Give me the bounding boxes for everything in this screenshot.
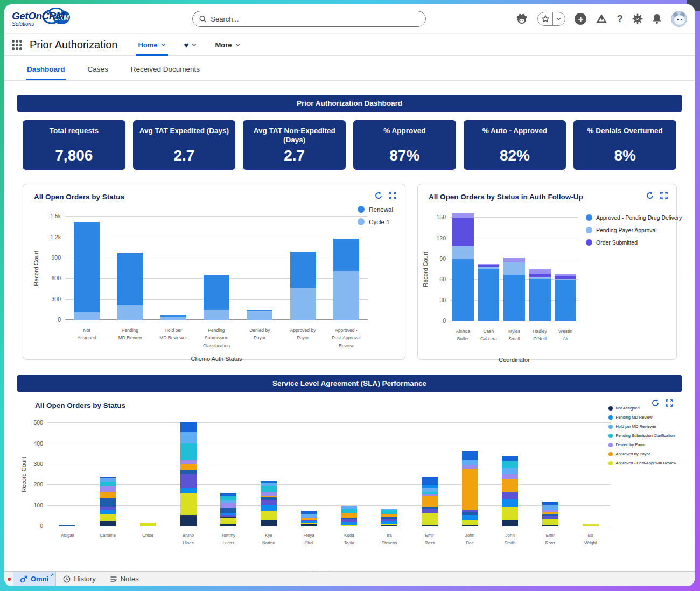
bar-slot bbox=[490, 423, 530, 526]
bar-john-smith[interactable] bbox=[502, 456, 518, 527]
legend-item[interactable]: Denied by Payor bbox=[608, 442, 676, 447]
utility-history-tab[interactable]: History bbox=[56, 572, 102, 586]
bar-approved by-payor[interactable] bbox=[290, 252, 316, 320]
user-avatar[interactable] bbox=[671, 11, 687, 27]
bar-bo-wright[interactable] bbox=[583, 524, 599, 526]
expand-icon[interactable] bbox=[389, 192, 396, 199]
y-tick-label: 500 bbox=[23, 419, 43, 426]
bar-tommy-lucas[interactable] bbox=[220, 493, 236, 526]
favorites-pill[interactable] bbox=[537, 12, 565, 26]
utility-omni-tab[interactable]: Omni ↗ bbox=[13, 572, 56, 586]
legend-item[interactable]: Pending MD Review bbox=[608, 415, 676, 420]
bar-abigail[interactable] bbox=[59, 525, 75, 526]
bar-ira-stevens[interactable] bbox=[381, 509, 397, 526]
bar-segment bbox=[341, 509, 357, 513]
bar-ainhoa-butler[interactable] bbox=[452, 213, 474, 321]
notifications-bell-icon[interactable] bbox=[652, 13, 662, 24]
bar-segment bbox=[502, 468, 518, 475]
bar-freya-choi[interactable] bbox=[301, 511, 317, 526]
app-nav-bar: Prior Authorization Home ♥ More bbox=[4, 33, 695, 56]
bar-emir-ross[interactable] bbox=[542, 502, 558, 526]
bar-pending-submission-classification[interactable] bbox=[204, 275, 229, 320]
refresh-icon[interactable] bbox=[646, 192, 654, 199]
refresh-icon[interactable] bbox=[652, 399, 659, 407]
x-tick-label: IraStevens bbox=[369, 532, 410, 546]
bar-segment bbox=[180, 443, 197, 460]
kpi-value: 2.7 bbox=[284, 147, 305, 164]
bar-segment bbox=[503, 258, 525, 262]
kpi-card-2[interactable]: Avg TAT Non-Expedited (Days)2.7 bbox=[243, 120, 346, 170]
x-axis-title: Chemo Auth Status bbox=[65, 356, 368, 362]
bar-segment bbox=[74, 312, 100, 320]
bar-emir-ross[interactable] bbox=[422, 477, 438, 526]
legend-label: Hold per MD Reviewer bbox=[615, 424, 656, 429]
app-launcher-waffle-icon[interactable] bbox=[12, 40, 22, 50]
tab-dashboard[interactable]: Dashboard bbox=[26, 58, 66, 80]
legend-item[interactable]: Pending Submission Clarification bbox=[608, 433, 676, 438]
bar-segment bbox=[180, 470, 197, 474]
bar-segment bbox=[502, 492, 518, 500]
bar-westin-ali[interactable] bbox=[555, 274, 576, 321]
expand-icon[interactable] bbox=[660, 192, 668, 199]
kpi-card-1[interactable]: Avg TAT Expedited (Days)2.7 bbox=[133, 120, 236, 170]
legend-item[interactable]: Cycle 1 bbox=[358, 218, 393, 225]
einstein-icon[interactable] bbox=[515, 13, 528, 25]
legend-item[interactable]: Renewal bbox=[358, 206, 393, 213]
bar-slot bbox=[88, 423, 128, 526]
bar-chloe[interactable] bbox=[140, 523, 156, 526]
legend-label: Approved - Pending Drug Delivery bbox=[596, 214, 682, 221]
expand-icon[interactable] bbox=[666, 399, 673, 407]
x-tick-label: JohnDoe bbox=[450, 532, 490, 546]
guidance-center-icon[interactable] bbox=[596, 13, 607, 24]
nav-tab-more[interactable]: More bbox=[213, 33, 242, 56]
refresh-icon[interactable] bbox=[375, 192, 382, 199]
bar-hadley-o'neill[interactable] bbox=[529, 269, 551, 321]
bar-segment bbox=[100, 510, 116, 514]
chart-title-open-orders-by-status: All Open Orders by Status bbox=[34, 193, 124, 201]
bar-pending-md review[interactable] bbox=[117, 253, 143, 320]
legend-label: Renewal bbox=[369, 206, 393, 213]
bar-hold per-md reviewer[interactable] bbox=[160, 315, 186, 320]
bar-segment bbox=[180, 422, 197, 432]
bar-john-doe[interactable] bbox=[462, 451, 478, 526]
bar-segment bbox=[542, 525, 558, 526]
search-input[interactable] bbox=[211, 15, 419, 23]
setup-gear-icon[interactable] bbox=[632, 13, 643, 24]
legend-item[interactable]: Approved by Payor bbox=[608, 451, 676, 456]
kpi-card-0[interactable]: Total requests7,806 bbox=[23, 120, 125, 170]
kpi-card-3[interactable]: % Approved87% bbox=[353, 120, 456, 170]
legend-label: Pending MD Review bbox=[615, 415, 652, 420]
bar-caroline[interactable] bbox=[100, 477, 116, 526]
legend-item[interactable]: Approved - Pending Drug Delivery bbox=[586, 214, 682, 221]
kpi-card-4[interactable]: % Auto - Approved82% bbox=[464, 120, 566, 170]
bar-denied by-payor[interactable] bbox=[247, 310, 272, 320]
legend-item[interactable]: Hold per MD Reviewer bbox=[608, 424, 676, 429]
tab-cases[interactable]: Cases bbox=[87, 58, 109, 80]
bar-slot bbox=[325, 217, 368, 320]
kpi-card-5[interactable]: % Denials Overturned8% bbox=[573, 120, 676, 170]
bar-koda-tapia[interactable] bbox=[341, 506, 357, 526]
bar-bruno-hines[interactable] bbox=[180, 422, 197, 526]
legend-item[interactable]: Pending Payer Approval bbox=[586, 227, 682, 233]
chart-plot-open-orders-auth-follow-up bbox=[450, 218, 578, 321]
bar-segment bbox=[502, 499, 518, 506]
nav-tab-home[interactable]: Home bbox=[136, 33, 167, 56]
bar-not-assigned[interactable] bbox=[74, 222, 100, 320]
legend-item[interactable]: Approved - Post-Approval Review bbox=[608, 461, 676, 465]
tab-received-documents[interactable]: Received Documents bbox=[130, 58, 201, 80]
bar-approved --post-approval-review[interactable] bbox=[333, 239, 359, 320]
bar-myles-small[interactable] bbox=[503, 258, 525, 321]
global-actions-plus-icon[interactable]: + bbox=[575, 13, 586, 25]
bar-slot bbox=[108, 217, 151, 320]
legend-label: Approved - Post-Approval Review bbox=[615, 461, 676, 465]
help-icon[interactable]: ? bbox=[617, 13, 623, 25]
nav-tab-favorite[interactable]: ♥ bbox=[182, 33, 199, 56]
omni-label: Omni bbox=[31, 575, 48, 583]
global-search[interactable] bbox=[192, 11, 426, 27]
utility-notes-tab[interactable]: Notes bbox=[103, 572, 146, 586]
x-tick-label: MylesSmall bbox=[501, 328, 527, 343]
legend-item[interactable]: Order Submitted bbox=[586, 239, 682, 246]
bar-kye-norton[interactable] bbox=[261, 481, 277, 526]
bar-cash-cabrera[interactable] bbox=[478, 264, 499, 321]
bar-segment bbox=[100, 498, 116, 506]
